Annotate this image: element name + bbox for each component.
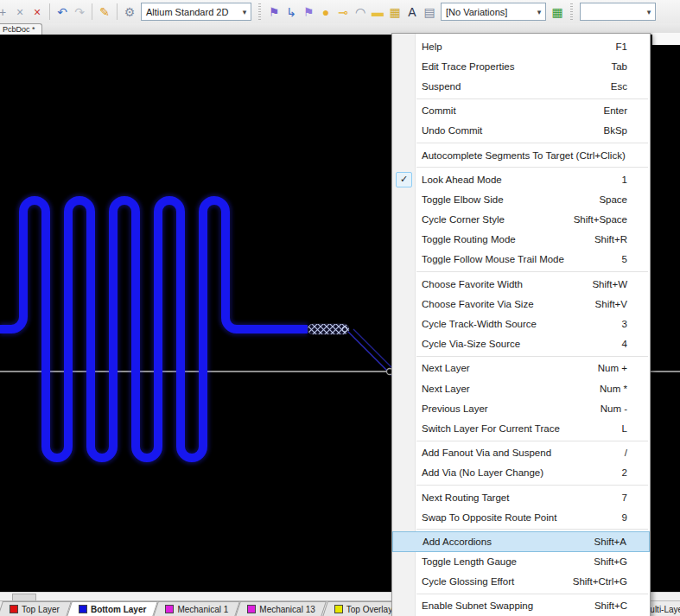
menu-item-help[interactable]: HelpF1 bbox=[392, 36, 650, 56]
menu-item-shortcut: 7 bbox=[622, 492, 627, 503]
layer-color-swatch bbox=[165, 605, 174, 613]
select-touching-icon[interactable]: × bbox=[11, 1, 29, 23]
menu-item-label: Toggle Elbow Side bbox=[422, 194, 599, 205]
layer-tab-mechanical-1[interactable]: Mechanical 1 bbox=[156, 601, 238, 616]
layer-tab-top-overlay[interactable]: Top Overlay bbox=[325, 601, 402, 616]
menu-item-previous-layer[interactable]: Previous LayerNum - bbox=[392, 398, 650, 418]
layer-color-swatch bbox=[10, 605, 18, 613]
menu-item-label: Autocomplete Segments To Target (Ctrl+Cl… bbox=[422, 150, 627, 161]
undo-icon[interactable]: ↶ bbox=[54, 1, 71, 23]
menu-item-label: Swap To Opposite Route Point bbox=[422, 512, 622, 523]
view-configuration-dropdown[interactable]: Altium Standard 2D ▾ bbox=[141, 3, 251, 21]
menu-item-switch-layer-for-current-trace[interactable]: Switch Layer For Current TraceL bbox=[392, 418, 650, 438]
layer-tab-label: Bottom Layer bbox=[91, 605, 146, 614]
menu-item-add-via-no-layer-change[interactable]: Add Via (No Layer Change)2 bbox=[392, 463, 650, 483]
layer-tab-mechanical-13[interactable]: Mechanical 13 bbox=[238, 601, 324, 616]
menu-item-swap-to-opposite-route-point[interactable]: Swap To Opposite Route Point9 bbox=[392, 507, 650, 527]
menu-item-shortcut: Num * bbox=[600, 384, 627, 394]
fill-icon[interactable]: ▬ bbox=[369, 1, 386, 23]
variant-chip-icon[interactable]: ▦ bbox=[549, 1, 566, 23]
crosshair-icon[interactable]: + bbox=[0, 1, 11, 23]
menu-item-edit-trace-properties[interactable]: Edit Trace PropertiesTab bbox=[392, 56, 650, 76]
clear-selection-icon[interactable]: × bbox=[29, 1, 46, 23]
menu-item-label: Cycle Glossing Effort bbox=[422, 576, 573, 587]
menu-item-next-routing-target[interactable]: Next Routing Target7 bbox=[392, 487, 650, 507]
menu-item-cycle-glossing-effort[interactable]: Cycle Glossing EffortShift+Ctrl+G bbox=[392, 572, 650, 592]
menu-item-undo-commit[interactable]: Undo CommitBkSp bbox=[392, 121, 650, 141]
menu-item-toggle-routing-mode[interactable]: Toggle Routing ModeShift+R bbox=[392, 230, 650, 250]
menu-item-shortcut: Tab bbox=[611, 61, 627, 72]
string-text-icon[interactable]: A bbox=[404, 1, 421, 23]
menu-item-label: Toggle Follow Mouse Trail Mode bbox=[422, 254, 622, 264]
menu-item-label: Help bbox=[422, 41, 616, 52]
canvas-top-right-patch bbox=[652, 33, 680, 45]
menu-item-shortcut: Shift+V bbox=[595, 299, 627, 309]
menu-item-choose-favorite-via-size[interactable]: Choose Favorite Via SizeShift+V bbox=[392, 294, 650, 314]
menu-item-shortcut: Esc bbox=[611, 81, 627, 92]
menu-item-label: Toggle Routing Mode bbox=[422, 234, 594, 244]
toolbar-left-group: +××↶↷✎⚙ bbox=[0, 0, 138, 23]
interactive-routing-pen-icon[interactable]: ✎ bbox=[96, 1, 113, 23]
menu-item-label: Undo Commit bbox=[422, 125, 604, 136]
route-diff-pair-icon[interactable]: ⚑ bbox=[300, 1, 317, 23]
menu-item-enable-subnet-swapping[interactable]: Enable Subnet SwappingShift+C bbox=[392, 596, 650, 616]
menu-item-toggle-follow-mouse-trail-mode[interactable]: Toggle Follow Mouse Trail Mode5 bbox=[392, 250, 650, 270]
empty-dropdown[interactable]: ▾ bbox=[580, 3, 656, 21]
menu-item-cycle-track-width-source[interactable]: Cycle Track-Width Source3 bbox=[392, 314, 650, 333]
main-toolbar: +××↶↷✎⚙ Altium Standard 2D ▾ ⚑↳⚑●⊸◠▬▦A▤ … bbox=[0, 0, 680, 24]
redo-icon[interactable]: ↷ bbox=[71, 1, 88, 23]
menu-item-cycle-corner-style[interactable]: Cycle Corner StyleShift+Space bbox=[392, 210, 650, 230]
interactive-route-icon[interactable]: ⚑ bbox=[265, 1, 283, 23]
menu-item-cycle-via-size-source[interactable]: Cycle Via-Size Source4 bbox=[392, 334, 650, 354]
menu-item-label: Next Layer bbox=[422, 363, 598, 373]
route-multiple-icon[interactable]: ↳ bbox=[283, 1, 300, 23]
layer-tab-label: Top Overlay bbox=[346, 605, 392, 614]
menu-item-shortcut: Shift+Ctrl+G bbox=[573, 576, 627, 587]
menu-item-label: Toggle Length Gauge bbox=[422, 556, 594, 567]
layer-tab-label: Mechanical 13 bbox=[259, 605, 315, 614]
menu-item-shortcut: Space bbox=[599, 194, 627, 205]
layer-tab-top-layer[interactable]: Top Layer bbox=[0, 601, 69, 616]
variations-dropdown[interactable]: [No Variations] ▾ bbox=[441, 3, 546, 21]
menu-item-next-layer[interactable]: Next LayerNum + bbox=[392, 359, 650, 378]
view-configuration-value: Altium Standard 2D bbox=[142, 7, 238, 17]
menu-item-toggle-length-gauge[interactable]: Toggle Length GaugeShift+G bbox=[392, 552, 650, 572]
menu-item-add-fanout-via-and-suspend[interactable]: Add Fanout Via and Suspend/ bbox=[392, 443, 650, 463]
menu-item-label: Previous Layer bbox=[422, 403, 601, 414]
pad-array-icon[interactable]: ▦ bbox=[386, 1, 404, 23]
layer-tab-bottom-layer[interactable]: Bottom Layer bbox=[69, 601, 156, 616]
menu-item-shortcut: Shift+R bbox=[594, 234, 627, 244]
settings-gear-icon[interactable]: ⚙ bbox=[121, 1, 138, 23]
layer-color-swatch bbox=[247, 605, 256, 613]
menu-item-shortcut: 5 bbox=[622, 254, 627, 264]
menu-item-shortcut: Shift+G bbox=[594, 556, 627, 567]
menu-item-shortcut: Num - bbox=[601, 403, 627, 414]
menu-item-label: Cycle Track-Width Source bbox=[422, 319, 622, 329]
arc-icon[interactable]: ◠ bbox=[352, 1, 369, 23]
layer-tab-label: Mechanical 1 bbox=[177, 605, 228, 614]
menu-item-toggle-elbow-side[interactable]: Toggle Elbow SideSpace bbox=[392, 189, 650, 209]
chevron-down-icon: ▾ bbox=[533, 8, 545, 16]
menu-item-label: Cycle Corner Style bbox=[422, 214, 574, 225]
toolbar-separator bbox=[92, 3, 92, 20]
menu-item-suspend[interactable]: SuspendEsc bbox=[392, 76, 650, 96]
menu-item-label: Next Routing Target bbox=[422, 492, 622, 503]
menu-item-label: Next Layer bbox=[422, 384, 600, 394]
chevron-down-icon: ▾ bbox=[643, 8, 655, 16]
menu-item-shortcut: Num + bbox=[598, 363, 627, 373]
pad-icon[interactable]: ⊸ bbox=[334, 1, 352, 23]
menu-item-label: Edit Trace Properties bbox=[422, 61, 611, 72]
menu-item-add-accordions[interactable]: Add AccordionsShift+A bbox=[392, 531, 650, 551]
checkmark-icon: ✓ bbox=[396, 172, 412, 187]
document-tab[interactable]: PcbDoc * bbox=[0, 23, 42, 35]
menu-item-look-ahead-mode[interactable]: ✓Look Ahead Mode1 bbox=[392, 169, 650, 189]
menu-item-autocomplete-segments-to-target-ctrl-click[interactable]: Autocomplete Segments To Target (Ctrl+Cl… bbox=[392, 145, 650, 165]
menu-item-next-layer[interactable]: Next LayerNum * bbox=[392, 378, 650, 398]
hatched-segment-pattern bbox=[308, 324, 349, 334]
component-icon[interactable]: ▤ bbox=[421, 1, 438, 23]
menu-item-choose-favorite-width[interactable]: Choose Favorite WidthShift+W bbox=[392, 274, 650, 294]
menu-item-commit[interactable]: CommitEnter bbox=[392, 101, 650, 121]
layer-tab-label: Top Layer bbox=[22, 605, 60, 614]
menu-item-shortcut: Shift+W bbox=[592, 279, 627, 289]
via-icon[interactable]: ● bbox=[317, 1, 334, 23]
